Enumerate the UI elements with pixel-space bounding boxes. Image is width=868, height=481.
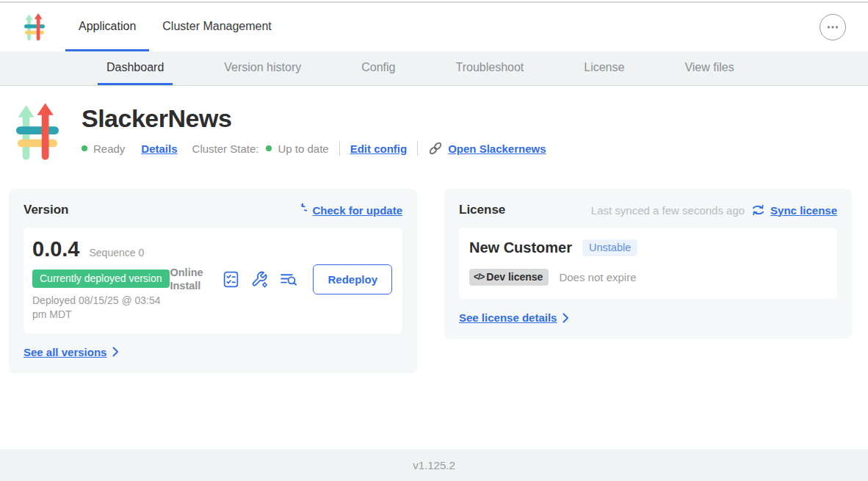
sequence-label: Sequence 0 [90,247,145,258]
ellipsis-icon [825,19,841,35]
tab-dashboard-label: Dashboard [106,61,164,74]
check-for-update-link[interactable]: Check for update [293,203,402,217]
cluster-status-dot [266,145,272,151]
current-version-panel: 0.0.4 Sequence 0 Currently deployed vers… [23,228,402,333]
page-title: SlackerNews [82,104,546,133]
license-card: License Last synced a few seconds ago [444,189,852,339]
license-type-label: Dev license [486,271,543,283]
tab-application[interactable]: Application [65,3,149,51]
see-license-details-label: See license details [459,311,557,324]
cluster-state-text: Up to date [278,142,328,155]
tab-version-history[interactable]: Version history [215,51,310,85]
app-status-dot [82,145,87,151]
license-card-title: License [459,203,505,217]
tab-cluster-management-label: Cluster Management [162,20,272,33]
version-info: 0.0.4 Sequence 0 Currently deployed vers… [32,237,170,322]
version-card-header: Version Check for update [23,203,402,217]
version-number: 0.0.4 [32,237,80,261]
deploy-logs-icon[interactable] [279,270,298,289]
cluster-state-label: Cluster State: [192,142,259,155]
console-footer: v1.125.2 [0,449,868,481]
tab-version-history-label: Version history [224,61,301,74]
dashboard-cards: Version Check for update [9,189,852,373]
install-type-label: Online Install [170,266,208,292]
see-all-versions-link[interactable]: See all versions [23,346,106,358]
app-header: SlackerNews Ready Details Cluster State:… [16,103,852,163]
chevron-right-icon [112,347,119,357]
tab-view-files[interactable]: View files [676,51,742,85]
tab-license[interactable]: License [575,51,633,85]
license-type-badge: </> Dev license [469,269,549,286]
see-all-versions-label: See all versions [23,346,106,358]
tab-config-label: Config [361,61,395,74]
code-icon: </> [474,272,484,282]
see-license-details-link[interactable]: See license details [459,311,557,324]
top-nav-tabs: Application Cluster Management [65,3,285,51]
tab-license-label: License [584,61,624,74]
app-logo-large [16,103,59,163]
app-status-row: Ready Details Cluster State: Up to date … [82,141,546,156]
license-card-header: License Last synced a few seconds ago [459,203,837,217]
open-app-label: Open Slackernews [448,142,546,155]
customer-name: New Customer [469,239,572,256]
sync-license-label: Sync license [770,204,837,217]
version-actions: Online Install [170,264,392,294]
edit-config-link[interactable]: Edit config [350,142,408,155]
chain-link-icon [428,141,443,156]
sync-license-link[interactable]: Sync license [751,203,837,217]
admin-console-page: Application Cluster Management Dashboard… [0,0,868,481]
edit-config-label: Edit config [350,142,408,155]
tab-cluster-management[interactable]: Cluster Management [149,3,285,51]
sync-icon [751,203,765,217]
details-link-label: Details [141,142,177,155]
redeploy-button[interactable]: Redeploy [313,264,392,294]
app-logo-icon[interactable] [24,13,45,42]
dashboard-content: SlackerNews Ready Details Cluster State:… [0,86,868,373]
app-sub-nav: Dashboard Version history Config Trouble… [0,51,868,86]
preflight-checks-icon[interactable] [222,270,240,289]
app-status-text: Ready [93,142,125,155]
version-card-title: Version [23,203,68,217]
tab-troubleshoot[interactable]: Troubleshoot [446,51,532,85]
check-for-update-label: Check for update [312,204,402,217]
license-details-panel: New Customer Unstable </> Dev license Do… [459,228,837,299]
last-synced-text: Last synced a few seconds ago [591,204,745,217]
details-link[interactable]: Details [141,142,177,155]
config-wrench-icon[interactable] [250,270,269,289]
chevron-right-icon [563,313,569,323]
tab-dashboard[interactable]: Dashboard [98,51,173,85]
tab-view-files-label: View files [684,61,734,74]
deployed-badge: Currently deployed version [32,270,170,288]
open-app-link[interactable]: Open Slackernews [428,141,546,156]
divider [339,141,340,156]
deployed-timestamp: Deployed 08/15/25 @ 03:54 pm MDT [32,294,170,322]
more-menu-button[interactable] [820,14,846,40]
tab-config[interactable]: Config [352,51,404,85]
divider [417,141,418,156]
top-nav: Application Cluster Management [0,3,868,51]
refresh-icon [293,203,307,217]
tab-application-label: Application [79,20,136,33]
app-title-block: SlackerNews Ready Details Cluster State:… [82,103,546,163]
console-version: v1.125.2 [413,459,455,471]
redeploy-button-label: Redeploy [328,273,377,286]
version-card: Version Check for update [9,189,417,373]
expiration-text: Does not expire [559,271,636,283]
tab-troubleshoot-label: Troubleshoot [455,61,524,74]
channel-badge: Unstable [582,239,637,256]
